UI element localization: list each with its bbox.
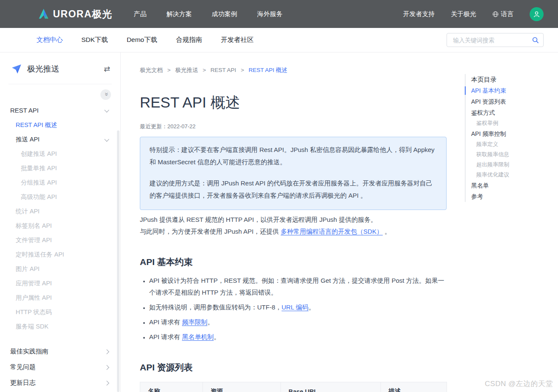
sidebar-item-label: 标签别名 API: [16, 222, 52, 230]
sidebar-item-label: 应用管理 API: [16, 279, 52, 287]
subnav-item-sdk-download[interactable]: SDK下载: [81, 36, 108, 44]
breadcrumb-current[interactable]: REST API 概述: [249, 67, 287, 73]
toc-item-api-resources[interactable]: API 资源列表: [471, 96, 550, 107]
blacklist-link[interactable]: 黑名单机制: [182, 333, 214, 340]
sidebar-item-report-api[interactable]: 统计 API: [0, 204, 120, 218]
url-encoding-link[interactable]: URL 编码: [282, 304, 309, 311]
doc-navbar: 文档中心 SDK下载 Demo下载 合规指南 开发者社区: [0, 28, 558, 52]
toc-active-indicator: [465, 86, 466, 95]
double-chevron-down-icon: «: [102, 92, 109, 96]
product-switch-icon[interactable]: ⇄: [104, 64, 110, 74]
chevron-right-icon: [104, 349, 109, 354]
user-avatar[interactable]: [530, 7, 544, 21]
topnav-item-overseas[interactable]: 海外服务: [257, 10, 283, 18]
topnav-item-about[interactable]: 关于极光: [451, 10, 476, 18]
toc-item-rate-control[interactable]: API 频率控制: [471, 128, 550, 139]
sidebar-item-rest-api[interactable]: REST API: [0, 102, 120, 118]
toc-item-auth-example[interactable]: 鉴权举例: [471, 118, 550, 128]
rate-limit-link[interactable]: 频率限制: [182, 318, 208, 326]
breadcrumb-separator: >: [167, 67, 171, 73]
list-item: API 请求有 黑名单机制。: [149, 331, 447, 343]
table-header-row: 名称 资源 Base URL 描述: [140, 382, 447, 392]
sidebar-item-file-api[interactable]: 文件管理 API: [0, 233, 120, 247]
page-title: REST API 概述: [140, 93, 447, 113]
sidebar-item-label: 图片 API: [16, 265, 39, 273]
sidebar-item-app-admin-api[interactable]: 应用管理 API: [0, 276, 120, 290]
sidebar-item-rest-api-overview[interactable]: REST API 概述: [0, 118, 120, 132]
toc-item-blacklist[interactable]: 黑名单: [471, 180, 550, 191]
sidebar-item-schedule-api[interactable]: 定时推送任务 API: [0, 247, 120, 262]
watermark: CSDN @左边的天堂: [485, 379, 553, 389]
notice-paragraph: 特别提示：建议不要在客户端直接调用 Rest API。JPush 私密信息容易因…: [150, 144, 437, 168]
intro-text: 。: [383, 228, 391, 235]
list-item-text: API 请求有: [149, 318, 182, 326]
sidebar-item-tag-alias-api[interactable]: 标签别名 API: [0, 218, 120, 233]
sidebar-item-best-practice[interactable]: 最佳实践指南: [0, 344, 120, 359]
sidebar-item-label: 常见问题: [10, 363, 36, 371]
main-content: 极光文档 > 极光推送 > REST API > REST API 概述 RES…: [121, 52, 558, 392]
sidebar-scrollbar[interactable]: [117, 130, 119, 392]
person-icon: [533, 10, 541, 18]
breadcrumb-item-rest-api[interactable]: REST API: [211, 67, 236, 73]
sdk-link[interactable]: 多种常用编程语言的开发包（SDK）: [281, 228, 383, 235]
intro-paragraph: JPush 提供遵从 REST 规范的 HTTP API，以供开发者远程调用 J…: [140, 214, 447, 237]
section-heading-api-resources: API 资源列表: [140, 362, 447, 373]
brand-logo[interactable]: URORA极光: [37, 8, 113, 21]
chevron-right-icon: [104, 381, 109, 385]
sidebar-item-faq[interactable]: 常见问题: [0, 359, 120, 375]
list-item: API 被设计为符合 HTTP，REST 规范。例如：查询请求使用 Get 方法…: [149, 275, 447, 298]
sidebar-item-batch-push-api[interactable]: 批量单推 API: [0, 161, 120, 175]
sidebar-item-advanced-api[interactable]: 高级功能 API: [0, 190, 120, 204]
topnav-item-solutions[interactable]: 解决方案: [167, 10, 192, 18]
toc-item-rate-optimize[interactable]: 频率优化建议: [471, 170, 550, 180]
toc-item-rate-exceed[interactable]: 超出频率限制: [471, 160, 550, 170]
sidebar-bottom-group: 最佳实践指南 常见问题 更新日志: [0, 344, 120, 391]
list-item: 如无特殊说明，调用参数值应转码为：UTF-8，URL 编码。: [149, 301, 447, 313]
toc-title: 本页目录: [471, 74, 550, 85]
column-header-resource: 资源: [203, 382, 281, 392]
language-switcher[interactable]: 语言: [492, 10, 514, 18]
column-header-desc: 描述: [381, 382, 447, 392]
sidebar-item-label: 分组推送 API: [21, 179, 57, 187]
list-item-text: API 请求有: [149, 333, 182, 340]
search-box[interactable]: [447, 33, 544, 47]
subnav-item-demo-download[interactable]: Demo下载: [127, 36, 157, 44]
section-heading-api-constraints: API 基本约束: [140, 256, 447, 268]
subnav-item-doc-center[interactable]: 文档中心: [36, 36, 63, 44]
chevron-down-icon: [104, 108, 109, 112]
sidebar-item-server-sdk[interactable]: 服务端 SDK: [0, 319, 120, 334]
sidebar-item-create-push-api[interactable]: 创建推送 API: [0, 146, 120, 161]
list-item-text: 。: [214, 333, 220, 340]
collapse-all-button[interactable]: «: [100, 89, 111, 100]
toc-item-reference[interactable]: 参考: [471, 191, 550, 202]
toc-item-auth[interactable]: 鉴权方式: [471, 107, 550, 118]
list-item-text: API 被设计为符合 HTTP，REST 规范。例如：查询请求使用 Get 方法…: [149, 277, 444, 296]
globe-icon: [492, 11, 499, 17]
notice-box: 特别提示：建议不要在客户端直接调用 Rest API。JPush 私密信息容易因…: [140, 137, 447, 210]
toc-item-api-constraints[interactable]: API 基本约束: [471, 85, 550, 96]
column-header-name: 名称: [140, 382, 203, 392]
topnav-item-developer-support[interactable]: 开发者支持: [403, 10, 435, 18]
toc-item-rate-definition[interactable]: 频率定义: [471, 139, 550, 149]
subnav-item-developer-community[interactable]: 开发者社区: [221, 36, 254, 44]
sidebar-item-user-attr-api[interactable]: 用户属性 API: [0, 290, 120, 305]
sidebar-item-changelog[interactable]: 更新日志: [0, 375, 120, 391]
brand-name: URORA极光: [53, 8, 113, 21]
sidebar-item-push-api[interactable]: 推送 API: [0, 132, 120, 146]
topnav-item-cases[interactable]: 成功案例: [212, 10, 237, 18]
breadcrumb-item-jpush[interactable]: 极光推送: [175, 67, 198, 73]
sidebar-product-header: 极光推送 ⇄: [8, 52, 112, 84]
breadcrumb-item-docs[interactable]: 极光文档: [140, 67, 163, 73]
sidebar-item-label: 定时推送任务 API: [16, 251, 64, 259]
search-input[interactable]: [452, 36, 532, 44]
subnav-item-compliance-guide[interactable]: 合规指南: [176, 36, 202, 44]
top-navbar: URORA极光 产品 解决方案 成功案例 海外服务 开发者支持 关于极光 语言: [0, 0, 558, 28]
toc-item-rate-info[interactable]: 获取频率信息: [471, 149, 550, 160]
sidebar-item-group-push-api[interactable]: 分组推送 API: [0, 175, 120, 190]
sidebar-item-http-status[interactable]: HTTP 状态码: [0, 305, 120, 319]
sidebar-item-image-api[interactable]: 图片 API: [0, 262, 120, 276]
sidebar-item-label: 文件管理 API: [16, 236, 52, 244]
topnav-item-products[interactable]: 产品: [134, 10, 147, 18]
page-toc: 本页目录 API 基本约束 API 资源列表 鉴权方式 鉴权举例 API 频率控…: [465, 74, 550, 202]
search-icon[interactable]: [532, 36, 539, 44]
